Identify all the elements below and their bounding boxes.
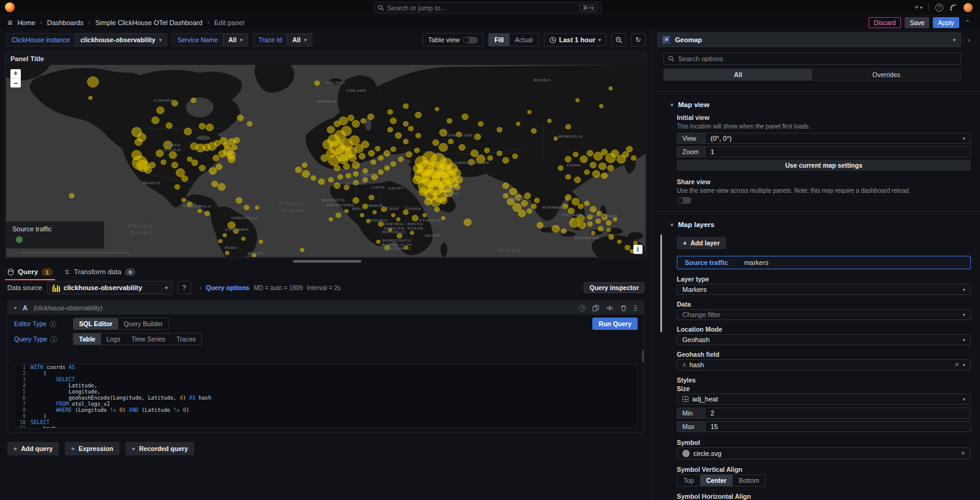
vertical-align-top[interactable]: Top [677, 475, 700, 486]
share-view-description: Use the same view across multiple panels… [677, 187, 934, 195]
section-map-layers[interactable]: ▾ Map layers [652, 216, 980, 232]
plus-icon: + [683, 239, 687, 247]
svg-text:INDONESIA: INDONESIA [575, 236, 600, 240]
geohash-field-select[interactable]: A hash ✕ ▾ [677, 359, 971, 370]
map-attribution-button[interactable]: i [633, 245, 643, 254]
map-zoom-control[interactable]: + − [10, 69, 21, 88]
news-icon[interactable] [949, 4, 957, 12]
actual-option[interactable]: Actual [510, 34, 538, 46]
min-input[interactable]: 2 [705, 408, 971, 419]
svg-text:CANADA: CANADA [154, 98, 173, 102]
query-type-table[interactable]: Table [74, 334, 101, 345]
svg-text:MYANMAR: MYANMAR [543, 205, 565, 209]
breadcrumb-dashboards[interactable]: Dashboards [47, 19, 83, 26]
section-map-view[interactable]: ▾ Map view [652, 96, 980, 112]
help-icon[interactable]: ? [935, 4, 943, 12]
grafana-logo[interactable] [5, 2, 15, 12]
svg-text:UNITED: UNITED [164, 143, 181, 147]
hide-query-icon[interactable] [606, 305, 614, 311]
vertical-align-center[interactable]: Center [700, 475, 733, 486]
size-field-select[interactable]: adj_heat ▾ [677, 394, 971, 405]
time-range-picker[interactable]: Last 1 hour ▾ [544, 33, 606, 47]
drag-query-icon[interactable]: ⣿ [633, 305, 638, 311]
vertical-align-bottom[interactable]: Bottom [733, 475, 765, 486]
world-map[interactable]: RUSSIACANADAICELANDNORWAYFINLANDUNITEDST… [6, 65, 646, 257]
query-row-header[interactable]: ▾ A (clickhouse-observability) ? ⣿ [8, 301, 644, 315]
tab-all[interactable]: All [664, 69, 812, 80]
variable-value-dropdown[interactable]: All▾ [287, 33, 312, 47]
map-zoom-in-button[interactable]: + [10, 69, 21, 78]
toggle-switch[interactable] [463, 37, 478, 43]
variable-value-dropdown[interactable]: clickhouse-observability▾ [75, 33, 167, 47]
zoom-input[interactable]: 1 [705, 146, 971, 157]
apply-button[interactable]: Apply [933, 17, 959, 28]
query-help-icon[interactable]: ? [579, 305, 586, 312]
zoom-out-time-button[interactable] [611, 33, 626, 47]
variable-service-name: Service Name All▾ [172, 33, 248, 47]
layer-item-source-traffic[interactable]: Source traffic markers [677, 256, 971, 269]
info-icon[interactable]: i [50, 336, 57, 343]
query-inspector-button[interactable]: Query inspector [584, 282, 644, 293]
query-type-logs[interactable]: Logs [101, 334, 126, 345]
clear-icon[interactable]: ✕ [960, 450, 965, 457]
query-options-toggle[interactable]: Query options [206, 284, 249, 291]
data-select[interactable]: Change filter▾ [677, 309, 971, 320]
sql-editor-option[interactable]: SQL Editor [74, 318, 118, 329]
add-menu-button[interactable]: +▾ [914, 3, 922, 12]
expression-button[interactable]: +Expression [65, 442, 119, 455]
sql-code-editor[interactable]: 1WITH coords AS2 (3 SELECT4 Latitude,5 L… [14, 364, 638, 428]
search-input[interactable]: Search or jump to... ⌘+k [374, 2, 601, 13]
clear-icon[interactable]: ✕ [954, 362, 959, 368]
max-input[interactable]: 15 [705, 421, 971, 432]
symbol-label: Symbol [677, 439, 971, 446]
query-type-row: Query Typei Table Logs Time Series Trace… [8, 330, 644, 345]
menu-icon[interactable]: ≡ [7, 18, 12, 28]
use-current-map-settings-button[interactable]: Use current map settings [677, 160, 971, 171]
datasource-picker[interactable]: clickhouse-observability ▾ [47, 281, 173, 294]
query-builder-option[interactable]: Query Builder [118, 318, 168, 329]
refresh-icon: ↻ [635, 36, 641, 44]
visualization-picker[interactable]: Geomap ▾ [657, 32, 961, 47]
panel-header[interactable]: Panel Title [6, 52, 646, 65]
breadcrumb-home[interactable]: Home [17, 19, 35, 26]
svg-text:Ocean: Ocean [129, 229, 153, 236]
tab-query[interactable]: Query 1 [7, 264, 53, 279]
info-icon[interactable]: i [50, 321, 56, 327]
fill-option[interactable]: Fill [489, 34, 509, 46]
query-type-timeseries[interactable]: Time Series [126, 334, 171, 345]
view-select[interactable]: (0°, 0°)▾ [705, 133, 971, 144]
location-mode-label: Location Mode [677, 326, 971, 333]
location-mode-select[interactable]: Geohash▾ [677, 334, 971, 345]
add-layer-button[interactable]: +Add layer [677, 237, 726, 249]
discard-button[interactable]: Discard [869, 17, 902, 28]
divider [652, 91, 980, 92]
layer-type-select[interactable]: Markers▾ [677, 284, 971, 295]
collapse-options-icon[interactable]: ⌃ [963, 19, 973, 26]
save-button[interactable]: Save [905, 17, 929, 28]
pane-resize-handle[interactable] [293, 260, 361, 263]
collapse-query-icon[interactable]: ▾ [14, 305, 17, 311]
query-type-traces[interactable]: Traces [171, 334, 202, 345]
refresh-button[interactable]: ↻ [631, 33, 646, 47]
share-view-toggle[interactable] [677, 197, 692, 204]
run-query-button[interactable]: Run Query [592, 318, 638, 330]
map-zoom-out-button[interactable]: − [10, 78, 21, 88]
tab-overrides[interactable]: Overrides [812, 69, 960, 80]
tab-transform-data[interactable]: Transform data 0 [64, 264, 136, 279]
breadcrumb-dashboard-name[interactable]: Simple ClickHouse OTel Dashboard [96, 19, 203, 26]
delete-query-icon[interactable] [620, 305, 627, 312]
table-view-toggle[interactable]: Table view [423, 33, 483, 47]
code-scrollbar[interactable] [642, 350, 644, 362]
expand-options-button[interactable]: › [963, 32, 975, 47]
user-avatar[interactable] [963, 3, 973, 12]
variable-value-dropdown[interactable]: All▾ [223, 33, 248, 47]
recorded-query-button[interactable]: +Recorded query [126, 442, 194, 455]
symbol-vertical-align-group: TopCenterBottom [677, 474, 766, 487]
add-query-button[interactable]: +Add query [7, 442, 59, 455]
datasource-help-button[interactable]: ? [178, 281, 191, 294]
symbol-vertical-align-label: Symbol Vertical Align [677, 466, 971, 473]
options-search-input[interactable]: Search options [663, 53, 961, 65]
symbol-select[interactable]: circle.svg ✕ [677, 447, 971, 460]
duplicate-query-icon[interactable] [592, 305, 599, 312]
svg-text:GUATEMALA: GUATEMALA [183, 204, 211, 208]
